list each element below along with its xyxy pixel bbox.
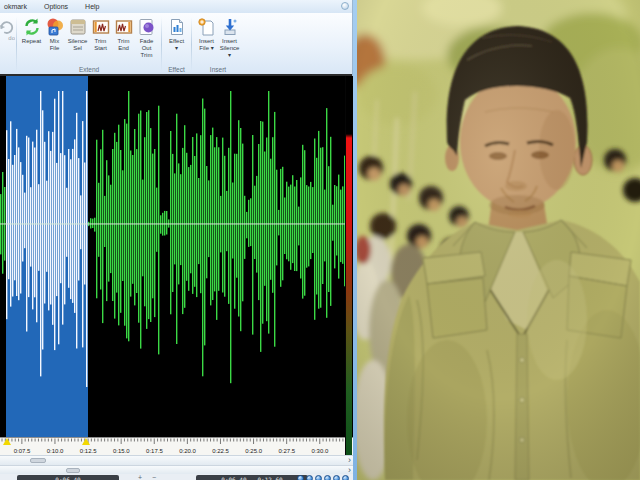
window-glass-button[interactable]	[341, 2, 349, 10]
fade-out-trim-button[interactable]: Fade Out Trim	[135, 16, 158, 64]
svg-text:0:30.0: 0:30.0	[312, 448, 329, 454]
button-label: Mix File	[50, 38, 60, 52]
app-window: okmark Options Help do RepeatMix FileSil…	[0, 0, 640, 480]
selection-marker-start[interactable]	[3, 438, 11, 445]
button-label: Repeat	[22, 38, 41, 45]
video-frame	[357, 0, 640, 480]
ruler-ticks: 0:07.50:10.00:12.50:15.00:17.50:20.00:22…	[0, 438, 346, 456]
menu-item-bookmark[interactable]: okmark	[2, 3, 29, 10]
zoom-tool-icon[interactable]	[324, 475, 331, 480]
redo-icon	[0, 17, 15, 35]
video-pane	[357, 0, 640, 480]
scrollbar-thumb[interactable]	[30, 458, 46, 463]
time-display: 0:06.40	[17, 475, 119, 480]
svg-text:0:22.5: 0:22.5	[212, 448, 229, 454]
scrollbar-row-1[interactable]: ›	[0, 455, 353, 465]
repeat-button[interactable]: Repeat	[20, 16, 43, 64]
trim-end-icon	[114, 17, 134, 37]
waveform-area[interactable]	[0, 76, 353, 437]
button-label: Fade Out Trim	[135, 38, 158, 59]
waveform-canvas[interactable]	[0, 76, 347, 437]
svg-text:0:27.5: 0:27.5	[278, 448, 295, 454]
svg-text:0:20.0: 0:20.0	[179, 448, 196, 454]
menu-item-options[interactable]: Options	[42, 3, 70, 10]
svg-text:0:07.5: 0:07.5	[14, 448, 31, 454]
ribbon-group-extend: RepeatMix FileSilence SelTrim StartTrim …	[18, 15, 160, 74]
button-label: Insert Silence ▾	[218, 38, 241, 59]
button-label: Trim Start	[94, 38, 107, 52]
scrollbar-thumb[interactable]	[66, 468, 80, 473]
repeat-icon	[22, 17, 42, 37]
zoom-out-button[interactable]: −	[152, 474, 156, 480]
zoom-tool-icon[interactable]	[342, 475, 349, 480]
ribbon-group-label: Extend	[18, 66, 160, 73]
scrollbar-row-2[interactable]: ›	[0, 465, 353, 474]
button-label: Insert File ▾	[199, 38, 214, 52]
silence-sel-button[interactable]: Silence Sel	[66, 16, 89, 64]
ribbon-group-label: Effect	[163, 66, 190, 73]
ribbon-separator	[191, 17, 192, 72]
svg-text:0:17.5: 0:17.5	[146, 448, 163, 454]
fade-out-icon	[137, 17, 157, 37]
timeline-ruler[interactable]: 0:07.50:10.00:12.50:15.00:17.50:20.00:22…	[0, 437, 353, 455]
trim-start-icon	[91, 17, 111, 37]
button-label: Silence Sel	[68, 38, 88, 52]
insert-silence-button[interactable]: Insert Silence ▾	[218, 16, 241, 64]
button-label: Effect ▾	[169, 38, 184, 52]
menubar: okmark Options Help	[0, 0, 352, 14]
ribbon-groups: RepeatMix FileSilence SelTrim StartTrim …	[18, 15, 243, 74]
mix-file-button[interactable]: Mix File	[43, 16, 66, 64]
button-label: Trim End	[118, 38, 130, 52]
zoom-tool-icon[interactable]	[306, 475, 313, 480]
zoom-tools	[297, 475, 349, 480]
menu-item-help[interactable]: Help	[83, 3, 101, 10]
zoom-tool-icon[interactable]	[315, 475, 322, 480]
ribbon-separator	[16, 17, 17, 72]
insert-file-icon	[197, 17, 217, 37]
insert-silence-icon	[220, 17, 240, 37]
svg-text:0:15.0: 0:15.0	[113, 448, 130, 454]
zoom-tool-icon[interactable]	[333, 475, 340, 480]
trim-end-button[interactable]: Trim End	[112, 16, 135, 64]
scroll-right-arrow-icon[interactable]: ›	[348, 455, 351, 465]
level-meter	[345, 76, 352, 455]
mix-file-icon	[45, 17, 65, 37]
insert-file-button[interactable]: Insert File ▾	[195, 16, 218, 64]
zoom-in-button[interactable]: +	[138, 474, 142, 480]
ribbon-group-effect: Effect ▾Effect	[163, 15, 190, 74]
svg-text:0:12.5: 0:12.5	[80, 448, 97, 454]
selection-display: 0:06.40 - 0:12.60	[196, 475, 308, 480]
trim-start-button[interactable]: Trim Start	[89, 16, 112, 64]
redo-button[interactable]: do	[0, 15, 15, 74]
effect-button[interactable]: Effect ▾	[165, 16, 188, 64]
ribbon-separator	[161, 17, 162, 72]
status-bar: 0:06.40 + − 0:06.40 - 0:12.60	[0, 474, 353, 480]
effect-icon	[167, 17, 187, 37]
audio-editor-pane: okmark Options Help do RepeatMix FileSil…	[0, 0, 353, 480]
ribbon-group-insert: Insert File ▾Insert Silence ▾Insert	[193, 15, 243, 74]
zoom-tool-icon[interactable]	[297, 475, 304, 480]
selection-marker-end[interactable]	[82, 438, 90, 445]
redo-label: do	[8, 35, 15, 41]
ribbon-toolbar: do RepeatMix FileSilence SelTrim StartTr…	[0, 13, 352, 76]
ribbon-group-label: Insert	[193, 66, 243, 73]
svg-text:0:10.0: 0:10.0	[47, 448, 64, 454]
svg-text:0:25.0: 0:25.0	[245, 448, 262, 454]
silence-sel-icon	[68, 17, 88, 37]
